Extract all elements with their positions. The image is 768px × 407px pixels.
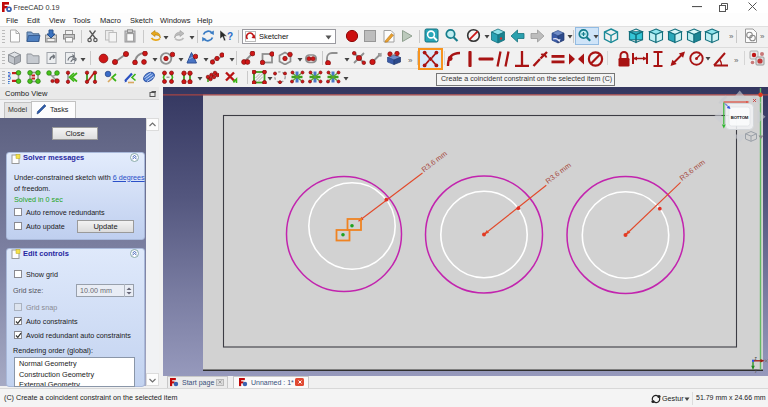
svg-text:?: ?	[227, 31, 233, 42]
svg-text:BOTTOM: BOTTOM	[731, 115, 749, 120]
svg-text:F: F	[8, 81, 10, 85]
